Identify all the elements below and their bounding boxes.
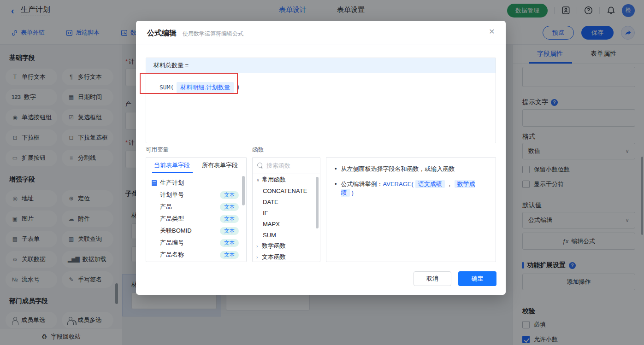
modal-header: 公式编辑 使用数学运算符编辑公式: [147, 29, 243, 38]
bullet-icon: •: [335, 164, 337, 174]
function-group-math[interactable]: ›数学函数: [253, 240, 320, 251]
function-search-input[interactable]: [266, 162, 313, 169]
tip-example-line: • 公式编辑举例：AVERAGE(语文成绩，数学成绩): [335, 180, 487, 198]
chevron-right-icon: ›: [256, 255, 262, 260]
variables-panel: 当前表单字段 所有表单字段 生产计划 计划单号文本 产品文本 产品类型文本 关联…: [146, 157, 247, 262]
tab-current-form-fields[interactable]: 当前表单字段: [154, 161, 190, 170]
function-group-common[interactable]: ∨常用函数: [253, 174, 320, 185]
function-item[interactable]: IF: [253, 207, 320, 218]
variables-tree: 生产计划 计划单号文本 产品文本 产品类型文本 关联BOMID文本 产品编号文本…: [146, 173, 246, 261]
function-search: [253, 158, 320, 174]
type-badge: 文本: [220, 215, 239, 223]
function-group-text[interactable]: ›文本函数: [253, 251, 320, 262]
cancel-button[interactable]: 取消: [414, 271, 451, 286]
tip-line: • 从左侧面板选择字段名和函数，或输入函数: [335, 164, 487, 174]
search-icon: [257, 163, 263, 169]
formula-editor[interactable]: 材料总数量 = SUM(材料明细.计划数量): [146, 58, 496, 143]
modal-title: 公式编辑: [147, 29, 177, 38]
function-item[interactable]: MAPX: [253, 218, 320, 229]
type-badge: 文本: [220, 239, 239, 247]
modal-subtitle: 使用数学运算符编辑公式: [183, 30, 243, 38]
tip-example: 公式编辑举例：AVERAGE(语文成绩，数学成绩): [341, 180, 487, 198]
chevron-down-icon: ∨: [256, 177, 262, 182]
confirm-button[interactable]: 确定: [458, 271, 496, 286]
tree-field-item[interactable]: 产品名称文本: [146, 249, 246, 261]
type-badge: 文本: [220, 227, 239, 235]
tree-root-item[interactable]: 生产计划: [146, 177, 246, 189]
variables-scrollbar[interactable]: [242, 176, 245, 205]
tree-field-item[interactable]: 产品类型文本: [146, 213, 246, 225]
tree-field-item[interactable]: 关联BOMID文本: [146, 225, 246, 237]
modal-divider: [136, 45, 506, 45]
function-item[interactable]: SUM: [253, 229, 320, 240]
formula-function-close: ): [236, 84, 240, 91]
tree-field-item[interactable]: 产品文本: [146, 201, 246, 213]
chevron-right-icon: ›: [256, 244, 262, 249]
formula-expression[interactable]: SUM(材料明细.计划数量): [146, 73, 496, 93]
app-window: ‹ 生产计划 表单设计 表单设置 数据管理 检 表单外链: [0, 0, 644, 345]
tree-field-item[interactable]: 计划单号文本: [146, 189, 246, 201]
tree-field-item[interactable]: 产品编号文本: [146, 237, 246, 249]
bullet-icon: •: [335, 180, 337, 198]
formula-field-token[interactable]: 材料明细.计划数量: [177, 82, 234, 93]
type-badge: 文本: [220, 203, 239, 211]
tab-all-form-fields[interactable]: 所有表单字段: [202, 161, 238, 170]
formula-target: 材料总数量 =: [146, 58, 496, 73]
document-icon: [152, 180, 157, 186]
formula-function-open: SUM(: [160, 84, 174, 91]
active-tab-underline: [152, 172, 193, 173]
functions-panel: ∨常用函数 CONCATENATE DATE IF MAPX SUM ›数学函数…: [252, 157, 320, 262]
example-field-chip: 语文成绩: [415, 180, 445, 188]
function-item[interactable]: DATE: [253, 196, 320, 207]
tips-panel: • 从左侧面板选择字段名和函数，或输入函数 • 公式编辑举例：AVERAGE(语…: [326, 157, 496, 262]
close-icon[interactable]: ×: [489, 26, 495, 36]
functions-label: 函数: [252, 146, 264, 154]
variables-tabs: 当前表单字段 所有表单字段: [146, 158, 246, 173]
type-badge: 文本: [220, 191, 239, 199]
functions-scrollbar[interactable]: [316, 177, 319, 228]
variables-label: 可用变量: [146, 146, 169, 154]
type-badge: 文本: [220, 251, 239, 259]
function-item[interactable]: CONCATENATE: [253, 185, 320, 196]
formula-edit-modal: 公式编辑 使用数学运算符编辑公式 × 材料总数量 = SUM(材料明细.计划数量…: [136, 21, 506, 295]
